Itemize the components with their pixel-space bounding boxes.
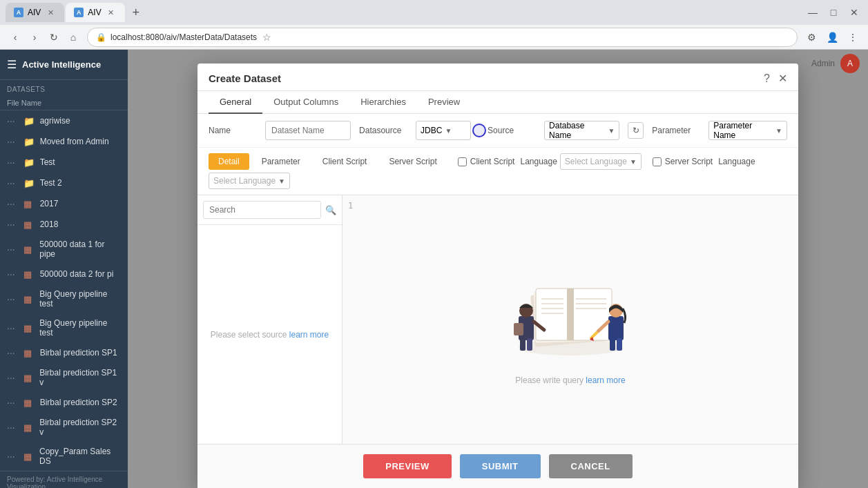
sidebar-label: Birbal prediction SP1 <box>40 348 117 358</box>
right-panel: 1 <box>343 195 798 444</box>
sidebar-item-2017[interactable]: ··· ▦ 2017 <box>0 193 128 214</box>
server-lang-arrow: ▼ <box>278 177 285 185</box>
search-input[interactable] <box>203 201 321 219</box>
bookmark-icon[interactable]: ☆ <box>262 32 271 43</box>
sidebar-item-agriwise[interactable]: ··· 📁 agriwise <box>0 110 128 131</box>
line-number: 1 <box>348 201 353 211</box>
main-content: Admin A Create Dataset ? ✕ General Outpu… <box>128 50 868 488</box>
sidebar-label: Test <box>40 157 55 167</box>
sidebar-section-label: DATASETS <box>0 80 128 96</box>
app-container: ☰ Active Intelligence DATASETS File Name… <box>0 50 868 488</box>
book-illustration <box>494 254 646 364</box>
tab-close-2[interactable]: ✕ <box>106 7 117 18</box>
server-script-checkbox[interactable] <box>653 157 662 166</box>
close-modal-icon[interactable]: ✕ <box>778 72 787 85</box>
sidebar-item-test[interactable]: ··· 📁 Test <box>0 152 128 173</box>
sidebar-item-birbal2[interactable]: ··· ▦ Birbal prediction SP2 <box>0 392 128 413</box>
subtab-server-script[interactable]: Server Script <box>379 153 446 170</box>
dataset-icon: ▦ <box>23 269 35 280</box>
name-label: Name <box>209 126 257 135</box>
left-content: Please select source learn more <box>197 225 342 444</box>
profile-icon[interactable]: 👤 <box>824 29 840 46</box>
refresh-button[interactable]: ↻ <box>628 122 644 139</box>
dataset-icon: ▦ <box>23 348 35 358</box>
cancel-button[interactable]: CANCEL <box>549 454 633 478</box>
search-icon: 🔍 <box>325 205 336 215</box>
tab-output-columns[interactable]: Output Columns <box>262 91 349 114</box>
modal-footer: PREVIEW SUBMIT CANCEL <box>197 444 798 488</box>
datasource-select[interactable]: JDBC ▼ <box>416 121 471 140</box>
client-script-label: Client Script <box>470 157 515 166</box>
select-source-link[interactable]: learn more <box>289 330 329 340</box>
menu-icon[interactable]: ⋮ <box>845 29 861 46</box>
client-script-checkbox[interactable] <box>458 157 467 166</box>
write-query-link[interactable]: learn more <box>586 375 625 385</box>
tab-general[interactable]: General <box>209 91 262 114</box>
subtab-parameter[interactable]: Parameter <box>252 153 310 170</box>
sidebar-item-bq2[interactable]: ··· ▦ Big Query pipeline test <box>0 313 128 342</box>
submit-button[interactable]: SUBMIT <box>460 454 541 478</box>
client-lang-arrow: ▼ <box>630 158 637 166</box>
client-language-select[interactable]: Select Language ▼ <box>560 153 642 170</box>
browser-chrome: A AIV ✕ A AIV ✕ + — □ ✕ ‹ › ↻ ⌂ 🔒 localh… <box>0 0 868 50</box>
server-script-label: Server Script <box>665 157 713 166</box>
modal-overlay: Create Dataset ? ✕ General Output Column… <box>128 50 868 488</box>
sidebar-item-copy[interactable]: ··· ▦ Copy_Param Sales DS <box>0 442 128 471</box>
modal-header: Create Dataset ? ✕ <box>197 64 798 91</box>
tab-close-1[interactable]: ✕ <box>45 7 56 18</box>
svg-rect-4 <box>567 289 574 340</box>
close-window-button[interactable]: ✕ <box>846 4 862 21</box>
sidebar-item-birbal2v[interactable]: ··· ▦ Birbal prediction SP2 v <box>0 413 128 442</box>
sidebar-label: Test 2 <box>40 178 62 188</box>
form-row: Name Datasource JDBC ▼ Source Database N… <box>197 114 798 148</box>
write-query-message: Please write query learn more <box>515 375 625 385</box>
modal-title: Create Dataset <box>209 72 281 84</box>
new-tab-button[interactable]: + <box>126 3 146 22</box>
server-language-select[interactable]: Select Language ▼ <box>209 173 290 189</box>
preview-button[interactable]: PREVIEW <box>363 454 451 478</box>
reload-button[interactable]: ↻ <box>46 29 62 46</box>
sidebar-item-test2[interactable]: ··· 📁 Test 2 <box>0 173 128 193</box>
address-bar[interactable]: 🔒 localhost:8080/aiv/MasterData/Datasets… <box>87 28 798 47</box>
minimize-button[interactable]: — <box>804 4 821 21</box>
dataset-name-input[interactable] <box>265 121 351 140</box>
forward-button[interactable]: › <box>26 29 43 46</box>
parameter-select[interactable]: Parameter Name ▼ <box>708 121 787 140</box>
source-arrow: ▼ <box>608 127 615 135</box>
sidebar-item-500k1[interactable]: ··· ▦ 500000 data 1 for pipe <box>0 235 128 264</box>
folder-icon: 📁 <box>23 178 35 188</box>
browser-tab-2[interactable]: A AIV ✕ <box>66 3 124 22</box>
datasource-label: Datasource <box>359 126 407 135</box>
sidebar-label: Birbal prediction SP2 <box>40 398 117 407</box>
dataset-icon: ▦ <box>23 373 35 383</box>
hamburger-icon[interactable]: ☰ <box>7 58 17 71</box>
help-icon[interactable]: ? <box>764 72 770 85</box>
column-file-name: File Name <box>7 99 41 107</box>
subtab-detail[interactable]: Detail <box>209 153 249 170</box>
tab-hierarchies[interactable]: Hierarchies <box>349 91 417 114</box>
dots-icon: ··· <box>7 451 15 462</box>
browser-tab-1[interactable]: A AIV ✕ <box>6 3 64 22</box>
dots-icon: ··· <box>7 347 15 358</box>
subtab-client-script[interactable]: Client Script <box>313 153 377 170</box>
sidebar-item-500k2[interactable]: ··· ▦ 500000 data 2 for pi <box>0 264 128 284</box>
sidebar-item-birbal1[interactable]: ··· ▦ Birbal prediction SP1 <box>0 342 128 363</box>
svg-rect-14 <box>520 338 525 351</box>
sidebar-item-moved[interactable]: ··· 📁 Moved from Admin <box>0 131 128 152</box>
sidebar-header: ☰ Active Intelligence <box>0 50 128 80</box>
sidebar-item-bq1[interactable]: ··· ▦ Big Query pipeline test <box>0 284 128 313</box>
back-button[interactable]: ‹ <box>7 29 23 46</box>
sidebar-item-2018[interactable]: ··· ▦ 2018 <box>0 214 128 235</box>
svg-rect-17 <box>514 323 523 335</box>
dots-icon: ··· <box>7 422 15 433</box>
sidebar-item-birbal1v[interactable]: ··· ▦ Birbal prediction SP1 v <box>0 363 128 392</box>
maximize-button[interactable]: □ <box>825 4 842 21</box>
client-lang-value: Select Language <box>565 157 627 166</box>
source-select[interactable]: Database Name ▼ <box>544 121 619 140</box>
sidebar-label: agriwise <box>40 116 70 126</box>
dots-icon: ··· <box>7 269 15 280</box>
tab-preview[interactable]: Preview <box>417 91 471 114</box>
extensions-icon[interactable]: ⚙ <box>803 29 820 46</box>
sidebar-label: 500000 data 1 for pipe <box>39 240 121 259</box>
home-button[interactable]: ⌂ <box>65 29 81 46</box>
